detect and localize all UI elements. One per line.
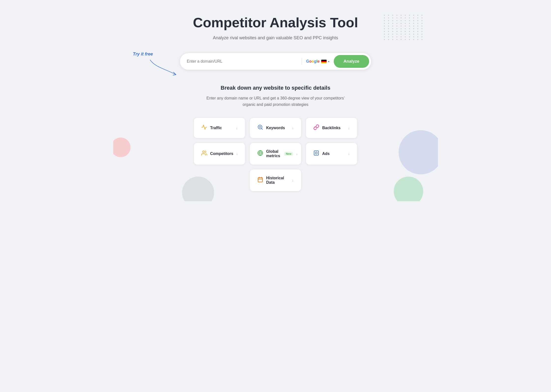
domain-input[interactable]	[187, 59, 299, 64]
card-traffic[interactable]: Traffic ↓	[194, 118, 245, 138]
features-description: Enter any domain name or URL and get a 3…	[202, 95, 349, 108]
search-bar: Google ▾ Analyze	[180, 53, 371, 70]
card-traffic-label: Traffic	[210, 126, 233, 130]
flag-germany-icon	[321, 60, 327, 63]
try-arrow-icon	[148, 57, 177, 77]
backlinks-icon	[313, 124, 319, 132]
page-wrapper: Try it free Competitor Analysis Tool Ana…	[113, 0, 438, 201]
new-badge: New	[284, 152, 293, 156]
card-backlinks[interactable]: Backlinks ↓	[306, 118, 357, 138]
features-title: Break down any website to specific detai…	[123, 85, 428, 91]
svg-point-4	[203, 151, 204, 153]
try-it-free-annotation: Try it free	[133, 52, 153, 58]
try-it-free-label[interactable]: Try it free	[133, 52, 153, 57]
card-ads-label: Ads	[322, 152, 345, 156]
keywords-arrow-icon: ↓	[292, 126, 294, 130]
card-competitors-label: Competitors	[210, 152, 233, 156]
card-keywords[interactable]: Keywords ↓	[250, 118, 301, 138]
svg-rect-5	[314, 151, 319, 155]
global-metrics-arrow-icon: ↓	[296, 152, 298, 156]
cards-row-3: Historical Data ↓	[250, 169, 301, 191]
competitors-arrow-icon: ↓	[236, 152, 238, 156]
page-title: Competitor Analysis Tool	[123, 15, 428, 30]
chevron-down-icon: ▾	[328, 60, 329, 63]
ads-icon	[313, 150, 319, 157]
global-metrics-icon	[257, 150, 263, 157]
analyze-button[interactable]: Analyze	[334, 55, 369, 68]
svg-rect-8	[258, 178, 262, 182]
features-section: Break down any website to specific detai…	[123, 85, 428, 108]
engine-selector[interactable]: Google ▾	[305, 58, 331, 65]
ads-arrow-icon: ↓	[348, 152, 350, 156]
card-backlinks-label: Backlinks	[322, 126, 345, 130]
page-subtitle: Analyze rival websites and gain valuable…	[123, 35, 428, 41]
google-icon: Google	[306, 59, 320, 64]
feature-cards-grid: Traffic ↓ Keywords ↓	[123, 118, 428, 191]
traffic-icon	[201, 124, 207, 132]
card-global-metrics[interactable]: Global metrics New ↓	[250, 143, 301, 165]
historical-data-arrow-icon: ↓	[292, 178, 294, 182]
historical-data-icon	[257, 177, 263, 184]
cards-row-2: Competitors ↓ Global metrics New ↓	[194, 143, 357, 165]
card-competitors[interactable]: Competitors ↓	[194, 143, 245, 165]
card-historical-data[interactable]: Historical Data ↓	[250, 169, 301, 191]
search-divider	[302, 58, 302, 65]
traffic-arrow-icon: ↓	[236, 126, 238, 130]
card-historical-data-label: Historical Data	[266, 176, 289, 185]
competitors-icon	[201, 150, 207, 157]
svg-line-1	[261, 128, 262, 129]
svg-point-6	[315, 152, 317, 154]
cards-row-1: Traffic ↓ Keywords ↓	[194, 118, 357, 138]
card-global-metrics-label: Global metrics	[266, 149, 280, 158]
keywords-icon	[257, 124, 263, 132]
card-keywords-label: Keywords	[266, 126, 289, 130]
backlinks-arrow-icon: ↓	[348, 126, 350, 130]
card-ads[interactable]: Ads ↓	[306, 143, 357, 165]
